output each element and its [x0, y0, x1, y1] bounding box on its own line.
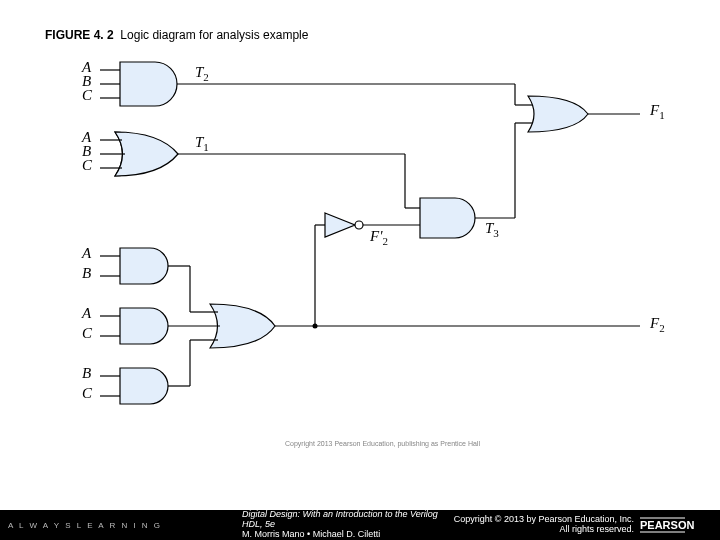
always-learning: A L W A Y S L E A R N I N G	[8, 521, 162, 530]
label-g3-in-a: A	[82, 245, 91, 262]
label-g5-in-b: B	[82, 365, 91, 382]
gate-and2-ac	[100, 308, 168, 344]
svg-text:PEARSON: PEARSON	[640, 519, 694, 531]
gate-or3-t1	[100, 132, 178, 176]
gate-or2-f1	[528, 96, 588, 132]
label-g5-in-c: C	[82, 385, 92, 402]
gate-and2-ab	[100, 248, 168, 284]
label-g2-in-c: C	[82, 157, 92, 174]
gate-or3-f2	[168, 266, 275, 386]
label-g1-in-c: C	[82, 87, 92, 104]
junction-dot	[313, 324, 318, 329]
diagram-svg	[60, 50, 680, 460]
gate-and2-t3	[420, 198, 475, 238]
label-g4-in-a: A	[82, 305, 91, 322]
logic-diagram: A B C A B C A B A C B C T2 T1 F'2 T3 F1 …	[60, 50, 680, 460]
label-f2: F2	[650, 315, 665, 334]
copyright-line2: All rights reserved.	[559, 524, 634, 534]
label-t3: T3	[485, 220, 499, 239]
copyright-line1: Copyright © 2013 by Pearson Education, I…	[454, 514, 634, 524]
footer-book: Digital Design: With an Introduction to …	[162, 510, 454, 540]
gate-and3-t2	[100, 62, 177, 106]
book-edition: , 5e	[260, 519, 275, 529]
figure-number: FIGURE 4. 2	[45, 28, 114, 42]
book-authors: M. Morris Mano • Michael D. Ciletti	[242, 529, 380, 539]
footer-copyright: Copyright © 2013 by Pearson Education, I…	[454, 515, 640, 535]
inline-copyright: Copyright 2013 Pearson Education, publis…	[285, 440, 480, 447]
gate-not-f2p	[315, 213, 363, 237]
pearson-logo: PEARSON	[640, 514, 720, 536]
footer: A L W A Y S L E A R N I N G Digital Desi…	[0, 510, 720, 540]
label-t2: T2	[195, 64, 209, 83]
gate-and2-bc	[100, 368, 168, 404]
label-t1: T1	[195, 134, 209, 153]
label-g3-in-b: B	[82, 265, 91, 282]
label-f1: F1	[650, 102, 665, 121]
figure-title: Logic diagram for analysis example	[120, 28, 308, 42]
label-f2p: F'2	[370, 228, 388, 247]
page: FIGURE 4. 2 Logic diagram for analysis e…	[0, 0, 720, 540]
figure-caption: FIGURE 4. 2 Logic diagram for analysis e…	[45, 28, 308, 42]
label-g4-in-c: C	[82, 325, 92, 342]
svg-point-19	[355, 221, 363, 229]
